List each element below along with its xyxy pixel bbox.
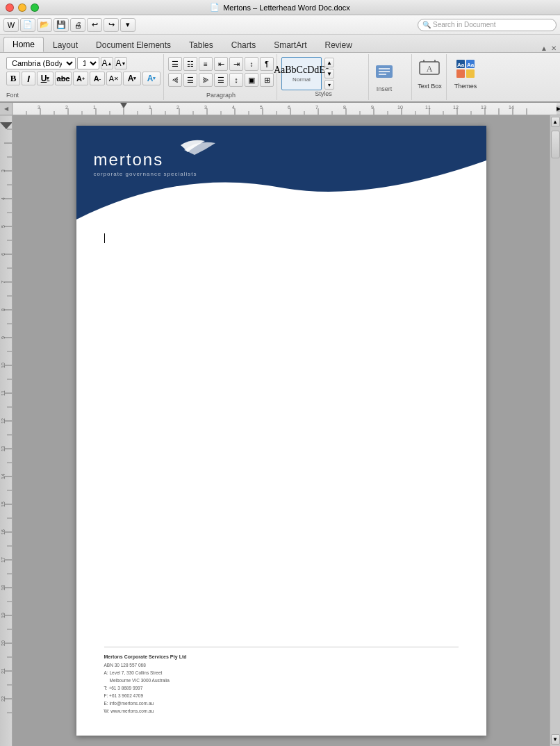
tab-smartart[interactable]: SmartArt	[265, 37, 315, 52]
highlight-btn[interactable]: A▾	[142, 72, 160, 85]
svg-rect-10	[456, 69, 465, 78]
company-name: mertons	[94, 150, 197, 169]
tab-layout[interactable]: Layout	[44, 37, 87, 52]
footer-abn: ABN 30 128 557 068	[104, 661, 459, 669]
font-size-increase-btn[interactable]: A▲	[101, 57, 113, 69]
company-logo-area: mertons corporate governance specialists	[94, 140, 197, 177]
undo-btn[interactable]: ↩	[87, 18, 102, 32]
style-expand[interactable]: ▾	[324, 80, 334, 90]
vertical-scrollbar[interactable]: ▲ ▼	[550, 115, 560, 746]
font-size-selector[interactable]: 12	[77, 57, 99, 69]
document-area: mertons corporate governance specialists…	[13, 115, 550, 746]
pilcrow-btn[interactable]: ¶	[260, 57, 274, 71]
underline-btn[interactable]: U▾	[37, 72, 53, 85]
font-size-decrease-btn[interactable]: A▼	[115, 57, 127, 69]
textbox-btn[interactable]: A Text Box	[418, 57, 442, 97]
style-scroll-down[interactable]: ▼	[324, 69, 334, 78]
italic-btn[interactable]: I	[22, 72, 35, 85]
window-controls	[6, 3, 39, 12]
superscript-btn[interactable]: A+	[73, 72, 88, 85]
svg-text:6: 6	[288, 105, 290, 110]
style-scroll-up[interactable]: ▲	[324, 58, 334, 67]
print-btn[interactable]: 🖨	[70, 18, 85, 32]
document-body[interactable]	[76, 219, 486, 671]
insert-label: Insert	[377, 85, 393, 92]
themes-btn[interactable]: Aa Aa Themes	[454, 57, 477, 97]
paragraph-group-label: Paragraph	[206, 92, 236, 99]
bold-btn[interactable]: B	[6, 72, 20, 85]
svg-text:4: 4	[1, 197, 6, 200]
ribbon-content: Cambria (Body) 12 A▲ A▼ B I U▾ abc A+ A-…	[0, 53, 560, 103]
insert-icon-group[interactable]: Insert	[373, 62, 395, 92]
subscript-btn[interactable]: A-	[90, 72, 105, 85]
footer-email: E: info@mertons.com.au	[104, 699, 459, 707]
svg-text:8: 8	[343, 105, 346, 110]
sort-btn[interactable]: ↕	[245, 57, 258, 71]
svg-text:1: 1	[93, 105, 96, 110]
scrollbar-thumb[interactable]	[551, 131, 560, 158]
borders-btn[interactable]: ⊞	[260, 73, 274, 87]
redo-btn[interactable]: ↪	[104, 18, 119, 32]
svg-text:6: 6	[1, 253, 6, 256]
svg-text:Aa: Aa	[467, 62, 475, 68]
shading-btn[interactable]: ▣	[245, 73, 258, 87]
word-icon-btn[interactable]: W	[3, 18, 19, 32]
svg-text:3: 3	[204, 105, 207, 110]
justify-btn[interactable]: ☰	[214, 73, 228, 87]
styles-group: AaBbCcDdEe Normal ▲ ▼ ▾ Styles	[279, 54, 369, 100]
footer-phone: T: +61 3 8689 9997	[104, 684, 459, 692]
tab-home[interactable]: Home	[3, 37, 44, 52]
minimize-button[interactable]	[18, 3, 26, 12]
tab-tables[interactable]: Tables	[180, 37, 222, 52]
svg-rect-11	[466, 69, 475, 78]
letterhead-header: mertons corporate governance specialists	[76, 126, 486, 219]
font-family-selector[interactable]: Cambria (Body)	[6, 57, 76, 69]
ribbon-collapse-btn[interactable]: ▲	[541, 44, 547, 52]
svg-text:17: 17	[1, 557, 6, 563]
line-spacing-btn[interactable]: ↕	[229, 73, 243, 87]
multilevel-btn[interactable]: ≡	[199, 57, 213, 71]
footer-address: A: Level 7, 330 Collins Street	[104, 669, 459, 677]
svg-text:10: 10	[1, 363, 6, 368]
search-placeholder: Search in Document	[433, 21, 496, 28]
scrollbar-down-btn[interactable]: ▼	[551, 734, 560, 745]
strikethrough-btn[interactable]: abc	[55, 72, 72, 85]
search-icon: 🔍	[422, 21, 431, 28]
maximize-button[interactable]	[31, 3, 39, 12]
svg-text:13: 13	[481, 105, 486, 110]
align-left-btn[interactable]: ⫷	[168, 73, 182, 87]
tab-document-elements[interactable]: Document Elements	[87, 37, 180, 52]
scrollbar-up-btn[interactable]: ▲	[551, 117, 560, 127]
close-button[interactable]	[6, 3, 14, 12]
document-page[interactable]: mertons corporate governance specialists…	[76, 126, 486, 736]
ruler-left-margin: ◀	[0, 103, 13, 115]
text-color-btn[interactable]: A▾	[123, 72, 141, 85]
svg-text:1: 1	[149, 105, 151, 110]
new-btn[interactable]: 📄	[20, 18, 35, 32]
save-btn[interactable]: 💾	[53, 18, 69, 32]
open-btn[interactable]: 📂	[37, 18, 52, 32]
numbering-btn[interactable]: ☷	[183, 57, 197, 71]
main-area: 3 4 5 6 7 8 9 10 11 12 13 14 15 16 17 18…	[0, 115, 560, 746]
insert-group: Insert	[370, 54, 412, 100]
decrease-indent-btn[interactable]: ⇤	[214, 57, 228, 71]
svg-marker-135	[0, 122, 13, 129]
align-right-btn[interactable]: ⫸	[199, 73, 213, 87]
tab-review[interactable]: Review	[315, 37, 361, 52]
style-normal[interactable]: AaBbCcDdEe Normal	[281, 57, 322, 90]
search-bar[interactable]: 🔍 Search in Document	[418, 19, 557, 31]
align-center-btn[interactable]: ☰	[183, 73, 197, 87]
svg-text:5: 5	[260, 105, 263, 110]
tab-charts[interactable]: Charts	[222, 37, 265, 52]
ribbon-expand-btn[interactable]: ✕	[551, 44, 557, 52]
svg-text:7: 7	[1, 281, 6, 283]
svg-text:11: 11	[1, 390, 6, 396]
bullets-btn[interactable]: ☰	[168, 57, 182, 71]
footer-website: W: www.mertons.com.au	[104, 707, 459, 715]
customize-btn[interactable]: ▾	[120, 18, 135, 32]
svg-text:2: 2	[65, 105, 68, 110]
increase-indent-btn[interactable]: ⇥	[229, 57, 243, 71]
clear-format-btn[interactable]: A✕	[106, 72, 122, 85]
ribbon-tabs: Home Layout Document Elements Tables Cha…	[0, 35, 560, 53]
footer-company-name: Mertons Corporate Services Pty Ltd	[104, 653, 459, 661]
